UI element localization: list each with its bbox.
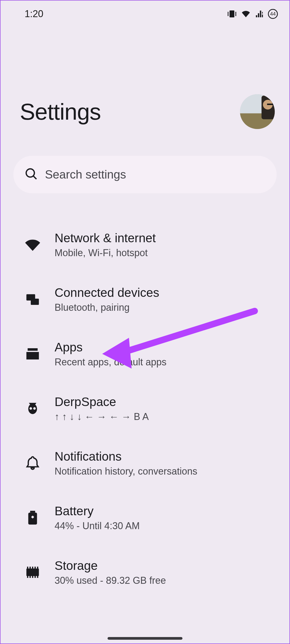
vibrate-icon [227,10,237,18]
svg-rect-0 [230,10,234,17]
header: Settings [1,22,289,129]
search-placeholder: Search settings [45,168,126,181]
item-title: Network & internet [55,231,156,245]
settings-list: Network & internet Mobile, Wi-Fi, hotspo… [1,217,289,600]
svg-rect-22 [32,576,33,578]
bell-icon [25,455,41,471]
item-subtitle: ↑ ↑ ↓ ↓ ← → ← → B A [55,411,149,422]
item-subtitle: Bluetooth, pairing [55,302,159,313]
home-indicator[interactable] [108,637,182,640]
item-title: Connected devices [55,285,159,300]
item-network-internet[interactable]: Network & internet Mobile, Wi-Fi, hotspo… [1,217,289,272]
svg-rect-25 [27,567,28,569]
svg-rect-21 [29,576,31,578]
item-subtitle: Recent apps, default apps [55,357,166,368]
svg-rect-20 [27,576,28,578]
item-derpspace[interactable]: DerpSpace ↑ ↑ ↓ ↓ ← → ← → B A [1,381,289,436]
svg-rect-24 [37,576,38,578]
svg-rect-28 [35,567,36,569]
battery-badge: 44 [268,9,278,19]
item-title: DerpSpace [55,395,149,409]
item-apps[interactable]: Apps Recent apps, default apps [1,327,289,381]
item-title: Battery [55,504,140,518]
item-connected-devices[interactable]: Connected devices Bluetooth, pairing [1,272,289,327]
page-title: Settings [20,99,101,125]
item-title: Apps [55,340,166,354]
status-bar: 1:20 44 [1,1,289,22]
svg-rect-12 [31,299,39,305]
status-time: 1:20 [25,8,43,20]
search-wrap: Search settings [13,156,277,193]
storage-icon [25,564,41,580]
status-right: 44 [227,9,278,19]
svg-rect-27 [32,567,33,569]
item-subtitle: 30% used - 89.32 GB free [55,575,166,586]
svg-rect-16 [28,513,37,524]
svg-rect-2 [235,12,236,16]
svg-rect-15 [30,511,35,513]
svg-rect-10 [267,104,275,105]
svg-rect-4 [262,12,263,14]
svg-rect-18 [32,516,33,518]
apps-icon [25,346,41,362]
item-title: Notifications [55,449,197,464]
svg-rect-1 [228,12,228,16]
svg-rect-13 [28,348,37,351]
svg-rect-29 [37,567,38,569]
svg-rect-3 [262,15,263,17]
profile-avatar[interactable] [240,94,275,129]
item-battery[interactable]: Battery 44% - Until 4:30 AM [1,490,289,545]
svg-rect-26 [29,567,31,569]
search-settings-input[interactable]: Search settings [13,156,277,193]
cell-signal-icon [255,10,264,18]
item-subtitle: 44% - Until 4:30 AM [55,520,140,532]
wifi-status-icon [241,10,251,18]
wifi-icon [25,237,41,253]
item-subtitle: Mobile, Wi-Fi, hotspot [55,247,156,259]
owl-icon [25,400,41,416]
svg-rect-19 [26,569,39,576]
item-subtitle: Notification history, conversations [55,466,197,477]
item-storage[interactable]: Storage 30% used - 89.32 GB free [1,545,289,600]
item-notifications[interactable]: Notifications Notification history, conv… [1,436,289,490]
search-icon [25,168,37,181]
item-title: Storage [55,558,166,573]
devices-icon [25,291,41,307]
svg-rect-14 [26,352,39,359]
svg-rect-23 [35,576,36,578]
battery-icon [25,510,41,526]
